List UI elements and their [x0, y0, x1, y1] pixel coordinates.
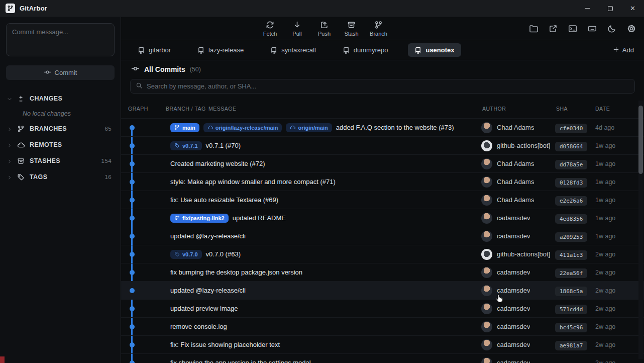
sha-badge[interactable]: a209253 [555, 232, 587, 242]
sha-badge[interactable]: 571cd4d [555, 305, 587, 314]
commit-dot [130, 288, 135, 293]
commit-row[interactable]: updated preview imagecadamsdev571cd4d2w … [121, 300, 644, 318]
branch-button[interactable]: Branch [368, 21, 389, 37]
commit-row[interactable]: fix: Use auto resizable Textarea (#69)Ch… [121, 191, 644, 209]
terminal-button[interactable] [568, 24, 577, 33]
author-cell: Chad Adams [481, 195, 555, 206]
scrollbar-thumb[interactable] [638, 106, 643, 174]
add-repo-button[interactable]: Add [613, 46, 634, 54]
commit-message: updated preview image [170, 305, 238, 312]
author-cell: github-actions[bot] [481, 140, 555, 151]
sha-badge[interactable]: d058664 [555, 142, 587, 151]
commit-row[interactable]: fix bumping the desktop package.json ver… [121, 263, 644, 282]
commit-dot [130, 270, 135, 275]
branch-icon [174, 215, 180, 221]
dark-mode-button[interactable] [607, 24, 616, 33]
sidebar-item-tags[interactable]: TAGS16 [6, 169, 115, 185]
badge-label: fix/pasting-link2 [182, 215, 225, 221]
minimize-button[interactable] [576, 0, 599, 17]
commit-row[interactable]: style: Make app window smaller and more … [121, 173, 644, 191]
commit-row[interactable]: fix showing the app version in the setti… [121, 354, 644, 363]
commit-message: fix: Use auto resizable Textarea (#69) [170, 196, 278, 204]
commit-row[interactable]: v0.7.0v0.7.0 (#63)github-actions[bot]411… [121, 245, 644, 263]
commit-dot [130, 179, 135, 185]
column-header-sha: SHA [556, 106, 568, 112]
author-name: cadamsdev [497, 214, 530, 222]
avatar [481, 357, 492, 363]
maximize-button[interactable] [599, 0, 621, 17]
tab-usenotex[interactable]: usenotex [408, 43, 461, 57]
sha-badge[interactable]: bc45c96 [555, 323, 587, 332]
repo-icon [414, 47, 421, 54]
author-cell: Chad Adams [481, 122, 555, 133]
tab-lazy-release[interactable]: lazy-release [191, 43, 250, 57]
tag-icon [17, 173, 25, 181]
repo-icon [138, 47, 145, 54]
chevron-right-icon [7, 143, 12, 148]
message-cell: v0.7.0v0.7.0 (#63) [170, 250, 481, 259]
sha-badge[interactable]: 1868c5a [555, 287, 587, 296]
author-name: cadamsdev [497, 287, 530, 294]
commit-row[interactable]: mainorigin/lazy-release/mainorigin/maina… [121, 119, 644, 137]
toolbar: FetchPullPushStashBranch [121, 17, 644, 40]
commit-date: 1w ago [595, 178, 644, 186]
tag-badge[interactable]: v0.7.0 [170, 250, 202, 259]
commit-row[interactable]: fix: Fix issue showing placeholder textc… [121, 336, 644, 354]
close-button[interactable]: ✕ [621, 0, 644, 17]
sidebar-item-count: 65 [104, 126, 112, 132]
avatar [481, 339, 492, 350]
remote-badge[interactable]: origin/main [286, 123, 332, 132]
push-button[interactable]: Push [314, 21, 335, 37]
remote-badge[interactable]: origin/lazy-release/main [203, 123, 282, 132]
commit-row[interactable]: remove console.logcadamsdevbc45c962w ago [121, 318, 644, 336]
message-cell: updated @lazy-release/cli [170, 287, 481, 294]
sidebar-item-remotes[interactable]: REMOTES [6, 137, 115, 153]
app-body: Commit CHANGESNo local changesBRANCHES65… [0, 17, 644, 363]
commit-row[interactable]: updated @lazy-release/clicadamsdev1868c5… [121, 282, 644, 300]
sidebar-item-changes[interactable]: CHANGES [6, 90, 115, 107]
fetch-button[interactable]: Fetch [260, 21, 280, 37]
sidebar-item-branches[interactable]: BRANCHES65 [6, 121, 115, 137]
sha-badge[interactable]: e2e26a6 [555, 196, 587, 206]
diff-icon [17, 95, 25, 103]
commit-message-input[interactable] [6, 23, 115, 56]
search-input[interactable] [147, 82, 629, 90]
sha-cell: bc45c96 [555, 322, 595, 331]
column-header-graph: GRAPH [128, 106, 148, 112]
folder-button[interactable] [529, 24, 538, 33]
open-external-button[interactable] [549, 24, 558, 33]
message-cell: fix showing the app version in the setti… [170, 359, 481, 363]
message-cell: fix: Fix issue showing placeholder text [170, 341, 481, 348]
sha-badge[interactable]: 0128fd3 [555, 178, 587, 188]
commit-row[interactable]: v0.7.1v0.7.1 (#70)github-actions[bot]d05… [121, 137, 644, 155]
commit-row[interactable]: Created marketing website (#72)Chad Adam… [121, 155, 644, 173]
sha-badge[interactable]: 22ea56f [555, 268, 587, 278]
avatar [481, 122, 492, 133]
stash-button[interactable]: Stash [341, 21, 362, 37]
window-controls: ✕ [576, 0, 644, 17]
sha-badge[interactable]: ae981a7 [555, 341, 587, 350]
commit-row[interactable]: fix/pasting-link2updated READMEcadamsdev… [121, 209, 644, 227]
tab-gitarbor[interactable]: gitarbor [131, 43, 177, 57]
settings-button[interactable] [627, 24, 636, 33]
sha-badge[interactable]: cfe0340 [555, 124, 587, 133]
branch-badge[interactable]: main [170, 123, 199, 132]
author-cell: cadamsdev [481, 267, 555, 278]
sha-badge[interactable]: 411a1c3 [555, 250, 587, 260]
branch-badge[interactable]: fix/pasting-link2 [170, 214, 229, 223]
column-header-message: MESSAGE [208, 106, 236, 112]
sha-badge[interactable]: 4ed8356 [555, 214, 587, 224]
tab-syntaxrecall[interactable]: syntaxrecall [264, 43, 323, 57]
tag-badge[interactable]: v0.7.1 [170, 141, 202, 150]
commit-row[interactable]: updated @lazy-release/clicadamsdeva20925… [121, 227, 644, 245]
tab-dummyrepo[interactable]: dummyrepo [336, 43, 395, 57]
sha-badge[interactable]: dd78a5e [555, 160, 587, 169]
branch-icon [174, 125, 180, 130]
commit-button[interactable]: Commit [6, 65, 115, 80]
pull-button[interactable]: Pull [287, 21, 307, 37]
add-repo-label: Add [622, 46, 634, 54]
sidebar-item-stashes[interactable]: STASHES154 [6, 153, 115, 169]
sidebar-sections: CHANGESNo local changesBRANCHES65REMOTES… [6, 90, 115, 185]
open-external-icon [549, 24, 558, 33]
keyboard-button[interactable] [588, 24, 597, 33]
